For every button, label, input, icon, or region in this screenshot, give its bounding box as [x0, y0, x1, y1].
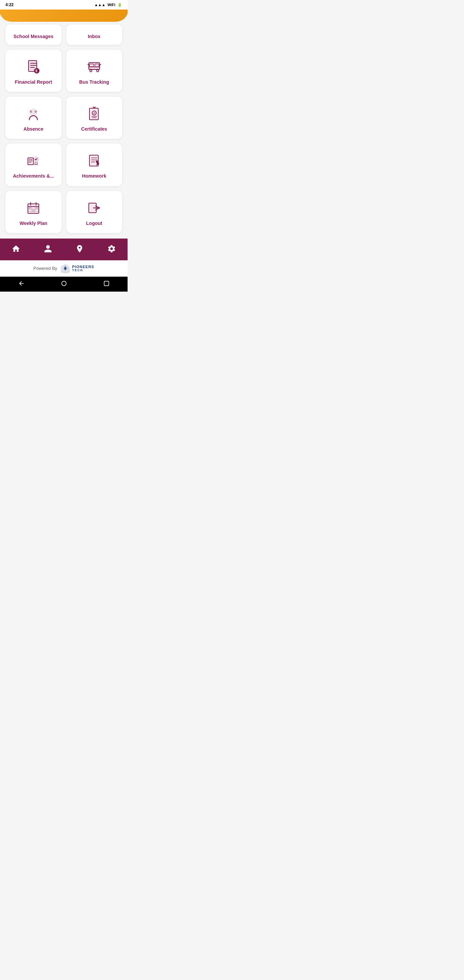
android-back-button[interactable] [18, 280, 25, 288]
svg-text:$: $ [35, 69, 37, 73]
financial-report-label: Financial Report [14, 79, 52, 85]
achievements-card[interactable]: Achievements &... [5, 143, 62, 186]
android-home-button[interactable] [60, 280, 67, 288]
svg-line-31 [35, 162, 35, 165]
achievements-label: Achievements &... [13, 173, 54, 179]
absence-label: Absence [24, 126, 43, 132]
battery-icon: 🔋 [118, 3, 122, 7]
absence-card[interactable]: Absence [5, 97, 62, 139]
android-nav-bar [0, 277, 127, 292]
svg-rect-50 [33, 210, 34, 211]
certificates-label: Certificates [81, 126, 107, 132]
top-partial-row: School Messages Inbox [5, 24, 122, 45]
homework-icon [86, 152, 103, 169]
svg-point-16 [97, 70, 98, 72]
svg-rect-51 [35, 207, 38, 208]
nav-home[interactable] [6, 243, 26, 255]
financial-report-icon: $ [24, 58, 42, 76]
logout-label: Logout [86, 220, 102, 226]
bus-tracking-label: Bus Tracking [79, 79, 109, 85]
nav-profile[interactable] [38, 243, 58, 255]
main-content: School Messages Inbox $ Financial Report [0, 22, 127, 239]
svg-line-32 [37, 162, 37, 165]
nav-location[interactable] [70, 243, 89, 255]
bottom-nav [0, 239, 127, 260]
inbox-label: Inbox [88, 33, 100, 40]
signal-icon: ▲▲▲ [94, 3, 105, 7]
status-icons: ▲▲▲ WiFi 🔋 [94, 3, 122, 7]
svg-rect-49 [29, 207, 31, 208]
svg-point-14 [90, 70, 92, 72]
school-messages-label: School Messages [14, 33, 54, 40]
weekly-plan-card[interactable]: Weekly Plan [5, 191, 62, 233]
logout-icon [86, 199, 103, 217]
menu-grid: $ Financial Report [5, 50, 122, 233]
arch-header [0, 10, 127, 22]
status-bar: 4:22 ▲▲▲ WiFi 🔋 [0, 0, 127, 10]
svg-point-56 [65, 267, 66, 269]
financial-report-card[interactable]: $ Financial Report [5, 50, 62, 92]
pioneers-logo: PIONEERS TECH [60, 263, 94, 274]
absence-icon [24, 105, 42, 123]
time-display: 4:22 [5, 2, 14, 7]
bus-tracking-card[interactable]: Bus Tracking [66, 50, 122, 92]
bus-tracking-icon [86, 58, 103, 76]
weekly-plan-label: Weekly Plan [20, 220, 47, 226]
logout-card[interactable]: Logout [66, 191, 122, 233]
certificates-icon [86, 105, 103, 123]
school-messages-card[interactable]: School Messages [5, 24, 62, 45]
svg-rect-58 [104, 281, 108, 285]
inbox-card[interactable]: Inbox [66, 24, 122, 45]
achievements-icon [24, 152, 42, 169]
pioneers-logo-svg [60, 263, 71, 274]
nav-settings[interactable] [102, 243, 121, 255]
wifi-icon: WiFi [108, 3, 115, 7]
android-recents-button[interactable] [103, 280, 110, 288]
pioneers-logo-text: PIONEERS TECH [72, 265, 94, 272]
powered-by-bar: Powered By PIONEERS TECH [0, 260, 127, 277]
powered-by-text: Powered By [33, 266, 57, 271]
svg-point-57 [62, 281, 66, 285]
certificates-card[interactable]: Certificates [66, 97, 122, 139]
homework-card[interactable]: Homework [66, 143, 122, 186]
pioneers-sub: TECH [72, 269, 94, 272]
homework-label: Homework [82, 173, 106, 179]
weekly-plan-icon [24, 199, 42, 217]
